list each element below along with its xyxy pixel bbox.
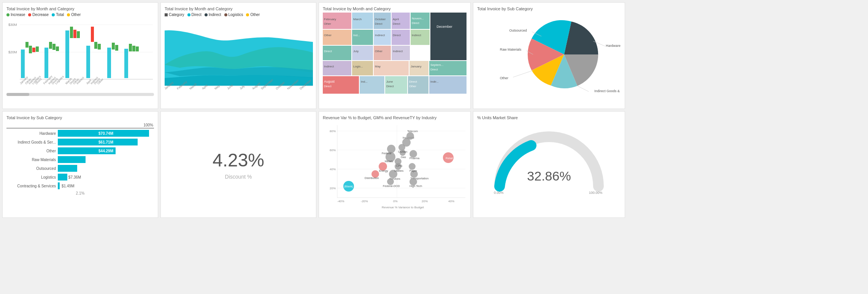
svg-text:CPG: CPG — [396, 164, 402, 168]
svg-text:60%: 60% — [330, 149, 336, 152]
svg-text:32.86%: 32.86% — [527, 169, 571, 183]
hbar-logistics: Logistics $7.36M — [6, 174, 154, 181]
svg-text:Indirect: Indirect — [393, 50, 403, 53]
svg-text:May: May — [375, 65, 381, 68]
chart8-svg: 0.00% 100.00% 32.86% — [477, 125, 621, 201]
svg-rect-78 — [374, 30, 391, 45]
svg-text:Direct: Direct — [412, 21, 420, 25]
chart2-area: January February March April May June Ju… — [165, 19, 312, 91]
dashboard: Total Invoice by Month and Category Incr… — [0, 0, 868, 220]
svg-text:June: June — [386, 80, 393, 83]
svg-text:Septem...: Septem... — [430, 63, 443, 67]
chart3-title: Total Invoice by Month and Category — [323, 6, 467, 11]
svg-text:High Tech: High Tech — [409, 184, 422, 188]
hbar-logistics-label: Logistics — [6, 175, 56, 179]
svg-text:Indir...: Indir... — [430, 80, 439, 83]
hbar-hardware: Hardware $70.74M — [6, 130, 154, 137]
svg-rect-76 — [352, 30, 373, 45]
chart1-svg: $30M $20M — [6, 19, 154, 91]
svg-rect-15 — [70, 27, 73, 38]
svg-rect-116 — [429, 76, 467, 94]
chart4-container: Total Invoice by Sub Category Hardware — [473, 2, 625, 109]
discount-label: Discount % — [225, 174, 252, 180]
svg-text:-20%: -20% — [361, 200, 368, 203]
svg-text:Direct: Direct — [393, 34, 401, 37]
hbar-outsourced-value: $14.55M — [98, 166, 113, 171]
svg-text:Indirect: Indirect — [324, 65, 334, 68]
svg-text:$20M: $20M — [8, 50, 17, 54]
svg-rect-82 — [411, 30, 430, 45]
svg-text:80%: 80% — [330, 129, 336, 133]
svg-rect-100 — [409, 61, 428, 75]
svg-rect-23 — [112, 43, 115, 50]
svg-rect-5 — [21, 50, 25, 78]
hbar-other-value: $44.29M — [98, 149, 113, 153]
svg-text:December: December — [436, 25, 452, 29]
svg-text:Retail: Retail — [446, 157, 453, 160]
svg-rect-20 — [94, 42, 97, 49]
legend-category: Category — [165, 13, 184, 17]
chart4-title: Total Invoice by Sub Category — [477, 6, 621, 11]
svg-text:Telecom: Telecom — [407, 129, 418, 133]
chart2-title: Total Invoice by Month and Category — [165, 6, 312, 11]
chart1-scrollbar[interactable] — [6, 93, 154, 96]
svg-text:Ind...: Ind... — [361, 80, 368, 83]
direct-icon — [187, 13, 190, 16]
svg-rect-86 — [323, 46, 351, 60]
svg-text:Paper: Paper — [409, 169, 417, 173]
svg-text:Direct: Direct — [393, 22, 401, 26]
hbar-contracting: Contracting & Services $1.49M — [6, 182, 154, 189]
svg-rect-16 — [73, 30, 76, 38]
svg-text:Other: Other — [324, 34, 332, 37]
hbar-contracting-label: Contracting & Services — [6, 184, 56, 188]
hbar-hardware-label: Hardware — [6, 131, 56, 136]
hbar-indirect-value: $61.71M — [98, 140, 113, 144]
svg-rect-74 — [323, 30, 351, 45]
chart3-container: Total Invoice by Month and Category Febr… — [319, 2, 471, 109]
svg-text:Revenue % Variance to Budget: Revenue % Variance to Budget — [382, 206, 424, 209]
svg-rect-24 — [115, 45, 118, 51]
svg-rect-27 — [132, 46, 135, 51]
discount-card: 4.23% Discount % — [165, 115, 312, 214]
svg-rect-84 — [430, 13, 467, 60]
legend-other: Other — [67, 13, 81, 17]
svg-rect-88 — [352, 46, 373, 60]
hbar-hardware-value: $70.74M — [98, 131, 113, 136]
svg-rect-108 — [360, 76, 384, 94]
svg-text:40%: 40% — [330, 168, 336, 171]
chart8-title: % Units Market Share — [477, 115, 621, 120]
chart6-container: 4.23% Discount % — [160, 111, 316, 218]
chart1-scrollbar-thumb[interactable] — [6, 93, 29, 96]
indirect-icon — [205, 13, 208, 16]
svg-rect-9 — [36, 46, 39, 52]
percent-line: 100% — [6, 123, 154, 127]
svg-text:-40%: -40% — [337, 200, 344, 203]
svg-text:20%: 20% — [422, 200, 428, 203]
svg-rect-94 — [323, 61, 351, 75]
svg-text:Indirect Goods & Services: Indirect Goods & Services — [594, 89, 621, 93]
legend-total: Total — [52, 13, 64, 17]
svg-text:Pharma: Pharma — [409, 157, 420, 160]
chart1-area: $30M $20M — [6, 19, 154, 91]
svg-text:0.00%: 0.00% — [494, 191, 504, 195]
svg-text:July: July — [353, 50, 359, 53]
hbar-logistics-bar: $7.36M — [58, 174, 154, 181]
hbar-other: Other $44.29M — [6, 147, 154, 154]
svg-text:Direct: Direct — [375, 22, 383, 26]
svg-text:March: March — [353, 18, 362, 21]
svg-text:Outsourced: Outsourced — [509, 29, 527, 32]
hbar-raw: Raw Materials $21.52M — [6, 156, 154, 163]
svg-rect-18 — [86, 46, 90, 78]
chart5-title: Total Invoice by Sub Category — [6, 115, 154, 120]
hbar-hardware-bar: $70.74M — [58, 130, 154, 137]
svg-text:Logis...: Logis... — [353, 65, 363, 68]
legend-decrease: Decrease — [28, 13, 49, 17]
hbar-indirect: Indirect Goods & Ser... $61.71M — [6, 139, 154, 145]
svg-rect-10 — [44, 48, 48, 78]
svg-text:Other: Other — [375, 50, 382, 53]
svg-line-127 — [578, 86, 589, 92]
svg-text:(Blank): (Blank) — [344, 185, 353, 188]
svg-rect-25 — [124, 49, 128, 78]
chart7-area: Gross Margin % 80% 60% 40% 20% -40% — [323, 121, 467, 203]
svg-text:Civilian: Civilian — [398, 150, 407, 153]
